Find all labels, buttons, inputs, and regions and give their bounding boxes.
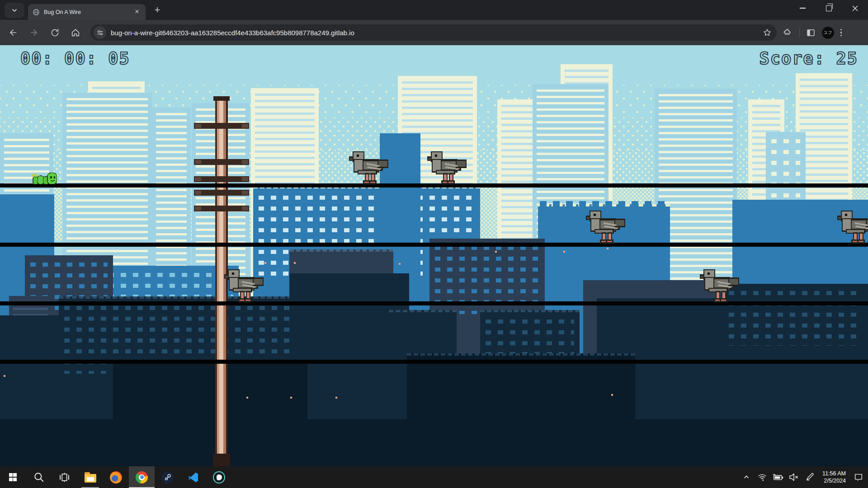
clock-time: 11:56 AM: [822, 470, 846, 477]
game-scene[interactable]: 00: 00: 05 Score: 25: [0, 45, 868, 466]
taskbar-clock[interactable]: 11:56 AM 2/5/2024: [822, 470, 846, 485]
task-view-icon: [59, 472, 70, 483]
pole-crossarm: [194, 159, 249, 165]
battery-indicator[interactable]: [772, 470, 784, 484]
toolbar-separator: [799, 28, 800, 37]
task-view-button[interactable]: [52, 466, 77, 488]
back-icon: [8, 28, 18, 38]
star-icon: [763, 28, 772, 37]
chevron-down-icon: [11, 7, 18, 14]
steam-icon: [161, 471, 174, 483]
lit-window: [290, 397, 292, 399]
start-button[interactable]: [0, 466, 26, 488]
globe-favicon-icon: [33, 9, 40, 16]
profile-avatar[interactable]: ユフ: [822, 27, 834, 39]
hidden-icons-button[interactable]: [741, 470, 752, 484]
home-button[interactable]: [68, 25, 83, 40]
chrome-icon: [136, 471, 148, 483]
pigeon-sprite: [224, 268, 264, 305]
browser-menu-button[interactable]: [840, 29, 842, 36]
volume-indicator[interactable]: [788, 470, 800, 484]
pigeon-sprite: [700, 268, 740, 305]
back-button[interactable]: [5, 25, 21, 40]
lit-window: [399, 263, 401, 265]
taskbar-chrome[interactable]: [129, 466, 155, 488]
search-icon: [33, 471, 45, 483]
site-settings-icon: [97, 29, 104, 36]
tab-search-button[interactable]: [5, 3, 24, 18]
chevron-up-icon: [743, 474, 750, 480]
pigeon-sprite: [427, 150, 467, 187]
wire: [0, 243, 868, 247]
windows-taskbar: 11:56 AM 2/5/2024: [0, 466, 868, 488]
pole-crossarm: [194, 190, 249, 196]
close-button[interactable]: [842, 0, 868, 16]
taskbar-file-explorer[interactable]: [77, 466, 103, 488]
lit-window: [611, 394, 613, 396]
clock-date: 2/5/2024: [822, 477, 846, 484]
pigeon-sprite: [837, 210, 868, 246]
pole-crossarm: [194, 206, 249, 211]
battery-charging-icon: [772, 472, 784, 482]
pen-icon: [805, 472, 815, 482]
close-icon: [852, 5, 858, 11]
lit-window: [335, 397, 337, 399]
side-panel-icon[interactable]: [806, 28, 816, 38]
lit-window: [246, 397, 248, 399]
reload-icon: [50, 28, 60, 38]
window-controls: [789, 0, 868, 20]
home-icon: [71, 28, 80, 38]
reload-button[interactable]: [47, 25, 62, 40]
forward-button[interactable]: [26, 25, 42, 40]
wifi-indicator[interactable]: [756, 470, 768, 484]
firefox-icon: [110, 471, 122, 483]
tab-title: Bug On A Wire: [44, 9, 129, 15]
wire: [0, 360, 868, 364]
system-tray: 11:56 AM 2/5/2024: [741, 470, 868, 485]
building: [0, 419, 868, 466]
taskbar-firefox[interactable]: [103, 466, 129, 488]
windows-logo-icon: [9, 473, 17, 481]
bookmark-star-button[interactable]: [760, 26, 774, 39]
browser-tab-bar: Bug On A Wire × +: [0, 0, 868, 20]
minimize-button[interactable]: [789, 0, 816, 16]
speaker-muted-icon: [788, 472, 799, 482]
extensions-icon[interactable]: [783, 28, 793, 38]
lit-window: [607, 248, 609, 249]
lit-window: [495, 251, 497, 253]
action-center-icon: [854, 472, 863, 482]
pigeon-sprite: [349, 150, 389, 187]
site-info-button[interactable]: [94, 26, 106, 39]
url-text[interactable]: bug-on-a-wire-git6463203-aa163285eccdf4e…: [111, 29, 760, 37]
browser-toolbar: bug-on-a-wire-git6463203-aa163285eccdf4e…: [0, 20, 868, 45]
desktop: Bug On A Wire × +: [0, 0, 868, 488]
tab-close-button[interactable]: ×: [133, 8, 141, 16]
lit-window: [563, 251, 565, 253]
taskbar-dog-game[interactable]: [206, 466, 232, 488]
minimize-icon: [800, 8, 806, 9]
restore-button[interactable]: [816, 0, 842, 16]
pole-crossarm: [194, 176, 249, 182]
forward-icon: [29, 28, 39, 38]
pigeon-sprite: [586, 210, 626, 246]
address-bar[interactable]: bug-on-a-wire-git6463203-aa163285eccdf4e…: [90, 24, 777, 41]
lit-window: [294, 262, 296, 264]
taskbar-vscode[interactable]: [180, 466, 206, 488]
bug-sprite: [32, 171, 58, 187]
file-explorer-icon: [85, 474, 96, 483]
vscode-icon: [188, 472, 199, 483]
tab-bug-on-a-wire[interactable]: Bug On A Wire ×: [28, 4, 146, 20]
taskbar-search-button[interactable]: [26, 466, 52, 488]
pole-crossarm: [194, 123, 249, 129]
windows-ink-button[interactable]: [804, 470, 816, 484]
action-center-button[interactable]: [853, 470, 864, 484]
restore-icon: [826, 5, 832, 11]
dog-game-icon: [213, 471, 225, 483]
new-tab-button[interactable]: +: [151, 4, 164, 16]
game-timer: 00: 00: 05: [20, 49, 130, 68]
toolbar-right-icons: ユフ: [783, 27, 848, 39]
game-score: Score: 25: [760, 49, 858, 68]
taskbar-steam[interactable]: [155, 466, 180, 488]
lit-window: [4, 375, 5, 377]
pole-cap: [213, 96, 230, 101]
